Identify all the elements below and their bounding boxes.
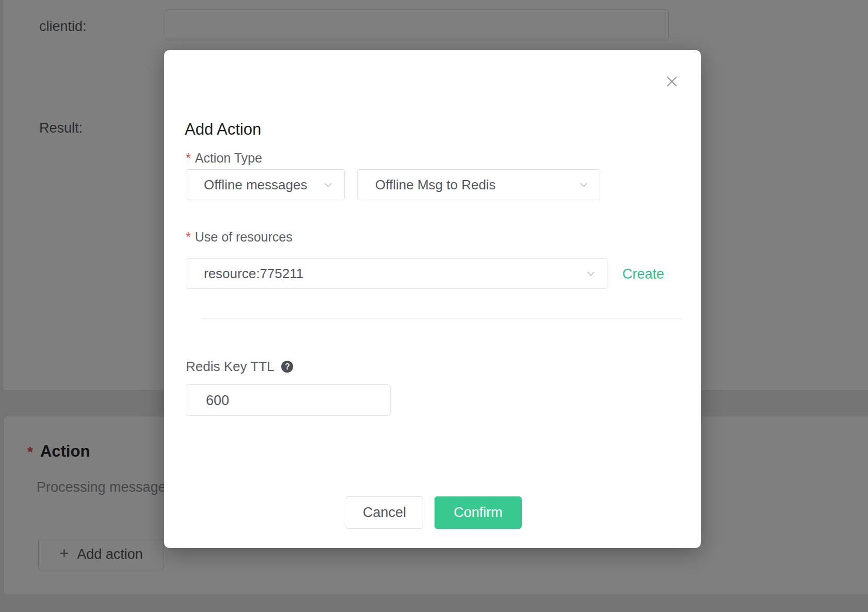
resource-value: resource:775211 xyxy=(204,266,303,282)
close-icon[interactable] xyxy=(665,74,679,89)
confirm-button[interactable]: Confirm xyxy=(435,496,522,529)
section-divider xyxy=(201,318,682,319)
redis-ttl-label-row: Redis Key TTL ? xyxy=(186,359,293,375)
action-name-select[interactable]: Offline Msg to Redis xyxy=(357,169,600,200)
action-category-value: Offline messages xyxy=(204,177,307,193)
action-name-value: Offline Msg to Redis xyxy=(375,177,496,193)
help-icon[interactable]: ? xyxy=(281,361,293,373)
resources-label-text: Use of resources xyxy=(195,230,293,244)
action-type-label-text: Action Type xyxy=(195,151,262,165)
required-asterisk: * xyxy=(186,151,191,165)
cancel-button[interactable]: Cancel xyxy=(346,496,423,529)
page: qos: 1 clientid: Result: *Action Process… xyxy=(0,0,868,612)
redis-ttl-label: Redis Key TTL xyxy=(186,359,274,375)
help-icon-glyph: ? xyxy=(285,362,290,372)
chevron-down-icon xyxy=(323,179,334,190)
resources-label: *Use of resources xyxy=(186,230,293,245)
required-asterisk: * xyxy=(186,230,191,244)
modal-title: Add Action xyxy=(185,120,261,139)
chevron-down-icon xyxy=(585,268,597,279)
action-type-label: *Action Type xyxy=(186,151,262,166)
add-action-modal: Add Action *Action Type Offline messages… xyxy=(164,50,701,548)
chevron-down-icon xyxy=(578,179,589,190)
create-resource-link[interactable]: Create xyxy=(622,259,664,289)
action-category-select[interactable]: Offline messages xyxy=(186,169,345,200)
redis-ttl-input[interactable]: 600 xyxy=(186,384,391,416)
redis-ttl-value: 600 xyxy=(206,392,229,408)
resource-select[interactable]: resource:775211 xyxy=(186,258,607,289)
